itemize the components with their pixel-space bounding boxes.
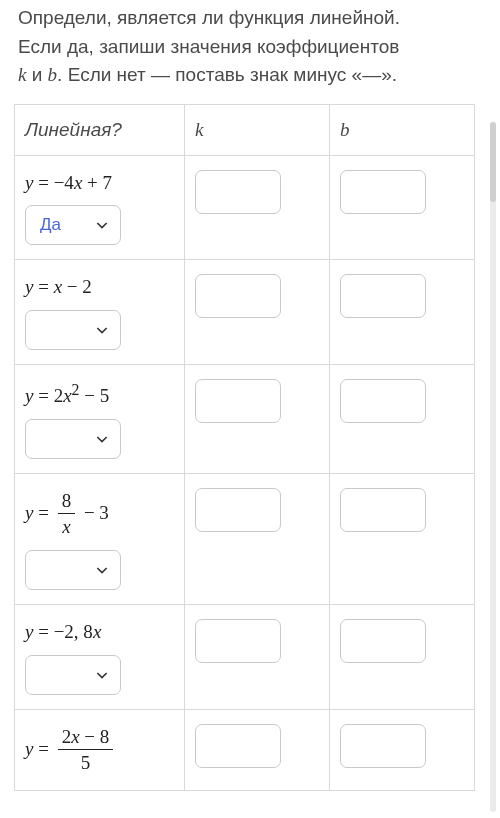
table-row: y = x − 2 <box>15 260 475 365</box>
chevron-down-icon <box>94 667 110 683</box>
b-input[interactable] <box>340 274 426 318</box>
table-row: y = −2, 8x <box>15 605 475 710</box>
b-input[interactable] <box>340 379 426 423</box>
linear-select[interactable] <box>25 655 121 695</box>
b-input[interactable] <box>340 619 426 663</box>
instructions-line1: Определи, является ли функция линейной. <box>18 7 400 28</box>
chevron-down-icon <box>94 562 110 578</box>
instructions-tail: . Если нет — поставь знак минус «—». <box>57 64 397 85</box>
scrollbar[interactable] <box>490 122 496 812</box>
b-input[interactable] <box>340 488 426 532</box>
b-input[interactable] <box>340 724 426 768</box>
k-input[interactable] <box>195 724 281 768</box>
formula: y = −2, 8x <box>25 619 174 645</box>
table-row: y = −4x + 7 Да <box>15 155 475 260</box>
formula: y = x − 2 <box>25 274 174 300</box>
table-row: y = 2x − 85 <box>15 709 475 790</box>
scrollbar-thumb[interactable] <box>490 122 496 202</box>
select-value: Да <box>40 215 61 235</box>
formula: y = 8x − 3 <box>25 488 174 540</box>
header-b: b <box>330 104 475 155</box>
functions-table: Линейная? k b y = −4x + 7 Да y = <box>14 104 475 791</box>
table-row: y = 2x2 − 5 <box>15 364 475 473</box>
linear-select[interactable] <box>25 310 121 350</box>
linear-select[interactable]: Да <box>25 205 121 245</box>
chevron-down-icon <box>94 431 110 447</box>
instructions-text: Определи, является ли функция линейной. … <box>14 0 486 104</box>
linear-select[interactable] <box>25 550 121 590</box>
header-k: k <box>185 104 330 155</box>
formula: y = −4x + 7 <box>25 170 174 196</box>
instructions-and: и <box>26 64 47 85</box>
formula: y = 2x − 85 <box>25 724 174 776</box>
coeff-b-symbol: b <box>48 64 58 85</box>
table-row: y = 8x − 3 <box>15 473 475 604</box>
k-input[interactable] <box>195 379 281 423</box>
k-input[interactable] <box>195 274 281 318</box>
k-input[interactable] <box>195 170 281 214</box>
chevron-down-icon <box>94 217 110 233</box>
k-input[interactable] <box>195 488 281 532</box>
k-input[interactable] <box>195 619 281 663</box>
formula: y = 2x2 − 5 <box>25 379 174 409</box>
b-input[interactable] <box>340 170 426 214</box>
instructions-line2a: Если да, запиши значения коэффициентов <box>18 36 399 57</box>
chevron-down-icon <box>94 322 110 338</box>
header-linear: Линейная? <box>15 104 185 155</box>
linear-select[interactable] <box>25 419 121 459</box>
